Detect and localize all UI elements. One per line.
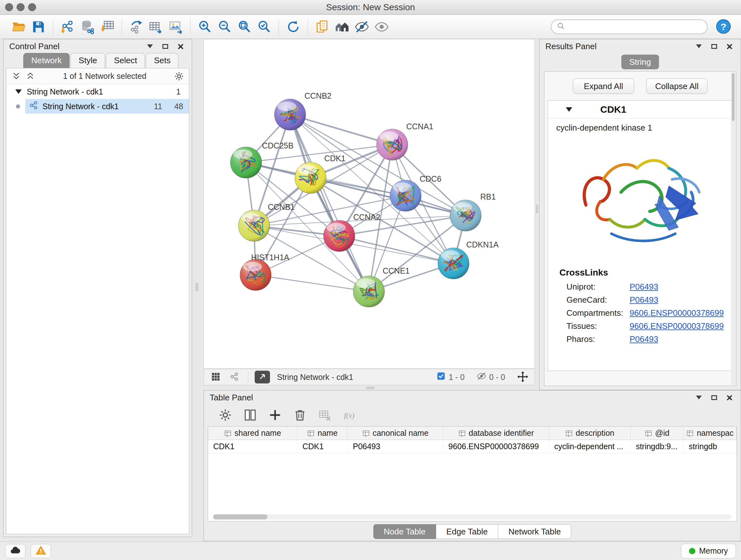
- close-panel-icon[interactable]: ×: [724, 392, 735, 403]
- hide-eye-button[interactable]: [352, 17, 372, 36]
- panel-menu-icon[interactable]: [693, 41, 704, 52]
- tab-network[interactable]: Network: [23, 53, 70, 68]
- panel-menu-icon[interactable]: [145, 41, 155, 52]
- network-node-CCNE1[interactable]: [353, 276, 385, 307]
- table-row[interactable]: CDK1CDK1P064939606.ENSP00000378699cyclin…: [208, 440, 737, 453]
- network-view[interactable]: CCNB2CCNA1CDC25BCDK1CDC6RB1CCNB1CCNA2CDK…: [204, 39, 535, 369]
- birds-eye-view-button[interactable]: [255, 371, 270, 383]
- import-network-button[interactable]: [58, 17, 77, 36]
- close-panel-icon[interactable]: ×: [724, 41, 735, 52]
- tab-edge-table[interactable]: Edge Table: [436, 524, 498, 539]
- tab-network-table[interactable]: Network Table: [498, 524, 571, 539]
- network-node-CCNA2[interactable]: [324, 220, 355, 252]
- close-panel-icon[interactable]: ×: [175, 41, 186, 52]
- network-node-CDC6[interactable]: [390, 180, 421, 211]
- table-cell[interactable]: stringdb:9...: [630, 440, 684, 453]
- column-header-database-identifier[interactable]: database identifier: [443, 427, 549, 440]
- expand-all-button[interactable]: Expand All: [573, 78, 634, 94]
- close-window-button[interactable]: [5, 3, 13, 11]
- network-node-HIST1H1A[interactable]: [240, 259, 271, 291]
- panel-menu-icon[interactable]: [693, 392, 704, 403]
- table-cell[interactable]: 9606.ENSP00000378699: [443, 440, 549, 453]
- network-node-CDC25B[interactable]: [230, 147, 262, 178]
- tab-string[interactable]: String: [621, 55, 659, 69]
- tab-select[interactable]: Select: [106, 53, 145, 68]
- duplicate-button[interactable]: [313, 17, 332, 36]
- column-header-canonical-name[interactable]: canonical name: [347, 427, 443, 440]
- tab-node-table[interactable]: Node Table: [374, 524, 436, 539]
- export-image-button[interactable]: [166, 17, 186, 36]
- network-graph[interactable]: CCNB2CCNA1CDC25BCDK1CDC6RB1CCNB1CCNA2CDK…: [204, 39, 535, 368]
- search-input[interactable]: [569, 22, 702, 32]
- crosslink-tissues-link[interactable]: 9606.ENSP00000378699: [630, 321, 724, 331]
- table-cell[interactable]: P06493: [347, 440, 443, 453]
- selected-checkbox-icon[interactable]: [436, 371, 446, 383]
- tab-style[interactable]: Style: [71, 53, 105, 68]
- cloud-button[interactable]: [5, 544, 25, 558]
- column-header-namespac[interactable]: namespac: [684, 427, 737, 440]
- warnings-button[interactable]: [30, 544, 51, 558]
- export-network-button[interactable]: [126, 17, 146, 36]
- network-row[interactable]: String Network - cdk1 11 48: [6, 99, 189, 114]
- table-cell[interactable]: cyclin-dependent ...: [549, 440, 631, 453]
- float-panel-icon[interactable]: [160, 41, 171, 52]
- zoom-fit-button[interactable]: [234, 17, 254, 36]
- add-row-button[interactable]: [266, 407, 284, 424]
- float-panel-icon[interactable]: [709, 41, 720, 52]
- left-splitter-handle[interactable]: [195, 283, 199, 292]
- search-box[interactable]: [551, 19, 708, 34]
- crosslink-pharos-link[interactable]: P06493: [630, 334, 658, 344]
- open-session-button[interactable]: [9, 17, 29, 36]
- collapse-section-icon[interactable]: [566, 107, 572, 112]
- crosslink-compartments-link[interactable]: 9606.ENSP00000378699: [630, 308, 724, 318]
- save-session-button[interactable]: [29, 17, 49, 36]
- node-table[interactable]: shared namenamecanonical namedatabase id…: [208, 426, 737, 521]
- help-button[interactable]: ?: [715, 18, 732, 36]
- zoom-selected-button[interactable]: [254, 17, 274, 36]
- column-header--id[interactable]: @id: [630, 427, 684, 440]
- hscrollbar-thumb[interactable]: [213, 514, 267, 519]
- refresh-button[interactable]: [283, 17, 303, 36]
- network-node-CCNB2[interactable]: [274, 99, 306, 130]
- network-node-RB1[interactable]: [450, 200, 481, 231]
- maximize-window-button[interactable]: [28, 3, 36, 11]
- network-node-CDKN1A[interactable]: [438, 248, 469, 279]
- collapse-all-networks-icon[interactable]: [25, 71, 36, 82]
- show-eye-button[interactable]: [372, 17, 392, 36]
- zoom-in-button[interactable]: [195, 17, 215, 36]
- hidden-eye-slash-icon[interactable]: [477, 371, 486, 383]
- export-table-button[interactable]: [146, 17, 166, 36]
- table-cell[interactable]: CDK1: [297, 440, 348, 453]
- network-node-CDK1[interactable]: [295, 162, 326, 193]
- tab-sets[interactable]: Sets: [146, 53, 179, 68]
- memory-button[interactable]: Memory: [681, 544, 736, 558]
- import-table-button[interactable]: [97, 17, 117, 36]
- table-hscrollbar[interactable]: [213, 514, 731, 519]
- scrollbar-thumb[interactable]: [732, 73, 735, 121]
- settings-gear-button[interactable]: [217, 407, 234, 424]
- homes-button[interactable]: [332, 17, 352, 36]
- column-header-shared-name[interactable]: shared name: [208, 427, 297, 440]
- table-cell[interactable]: CDK1: [208, 440, 297, 453]
- import-database-button[interactable]: [77, 17, 97, 36]
- network-collection-row[interactable]: String Network - cdk1 1: [6, 84, 189, 99]
- right-splitter-handle[interactable]: [536, 204, 538, 213]
- table-cell[interactable]: stringdb: [684, 440, 737, 453]
- minimize-window-button[interactable]: [17, 3, 24, 11]
- bottom-splitter-handle[interactable]: [366, 387, 375, 389]
- network-options-gear-icon[interactable]: [174, 71, 185, 82]
- selected-network-highlight[interactable]: String Network - cdk1 11 48: [25, 99, 189, 114]
- gene-section-header[interactable]: CDK1: [548, 101, 732, 118]
- network-node-CCNA1[interactable]: [377, 129, 408, 160]
- results-scrollbar[interactable]: [731, 72, 735, 385]
- crosslink-uniprot-link[interactable]: P06493: [630, 282, 658, 292]
- fit-selected-button[interactable]: [515, 371, 530, 383]
- grid-view-button[interactable]: [208, 371, 223, 383]
- expand-all-networks-icon[interactable]: [11, 71, 22, 82]
- delete-row-button[interactable]: [291, 407, 309, 424]
- network-node-CCNB1[interactable]: [239, 210, 270, 241]
- float-panel-icon[interactable]: [709, 392, 720, 403]
- zoom-out-button[interactable]: [215, 17, 234, 36]
- network-overview-button[interactable]: [227, 371, 242, 383]
- column-header-name[interactable]: name: [297, 427, 348, 440]
